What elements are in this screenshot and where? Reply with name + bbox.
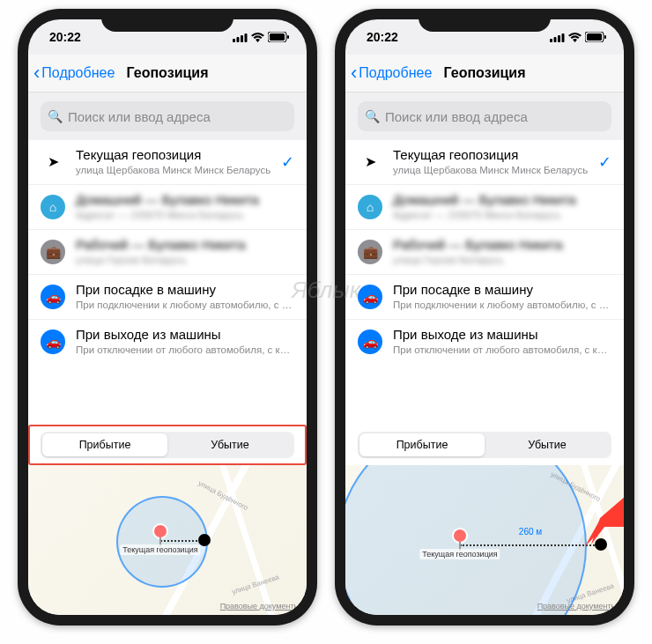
- back-button[interactable]: ‹ Подробнее: [345, 62, 432, 85]
- nav-bar: ‹ Подробнее Геопозиция: [28, 55, 307, 93]
- row-subtitle: улица Щербакова Минск Минск Беларусь: [76, 164, 274, 177]
- car-icon: 🚗: [41, 329, 65, 354]
- back-button[interactable]: ‹ Подробнее: [28, 62, 115, 85]
- home-icon: ⌂: [358, 195, 382, 219]
- briefcase-icon: 💼: [358, 240, 382, 264]
- car-icon: 🚗: [41, 285, 65, 309]
- segment-leave[interactable]: Убытие: [485, 433, 610, 456]
- row-title: При выходе из машины: [393, 327, 611, 343]
- status-time: 20:22: [49, 30, 81, 44]
- location-list: ➤ Текущая геопозиция улица Щербакова Мин…: [345, 140, 624, 425]
- radius-drag-handle[interactable]: [198, 534, 211, 546]
- segmented-control-wrap: Прибытие Убытие: [345, 425, 624, 465]
- row-car-enter[interactable]: 🚗 При посадке в машину При подключении к…: [345, 275, 624, 320]
- location-arrow-icon: ➤: [41, 150, 65, 174]
- svg-rect-7: [550, 39, 552, 42]
- segment-arrive[interactable]: Прибытие: [359, 433, 485, 456]
- row-home[interactable]: ⌂ Домашний — Булавко Никита Адресат — 22…: [345, 185, 624, 230]
- map-pin: [152, 523, 168, 539]
- phone-right: 20:22 ‹ Подробнее Геопозиция 🔍 Поиск или…: [335, 9, 634, 625]
- search-placeholder: Поиск или ввод адреса: [385, 109, 528, 124]
- phone-left: 20:22 ‹ Подробнее Геопозиция 🔍 Поиск или…: [18, 9, 317, 625]
- battery-icon: [585, 32, 606, 42]
- search-placeholder: Поиск или ввод адреса: [68, 109, 211, 124]
- legal-link[interactable]: Правовые документы: [537, 602, 617, 611]
- row-subtitle: улица Героев Беларусь: [393, 254, 611, 267]
- row-subtitle: улица Щербакова Минск Минск Беларусь: [393, 164, 591, 177]
- search-input[interactable]: 🔍 Поиск или ввод адреса: [41, 101, 294, 131]
- search-icon: 🔍: [48, 109, 63, 123]
- segmented-control: Прибытие Убытие: [41, 432, 294, 458]
- svg-rect-5: [270, 33, 285, 41]
- car-icon: 🚗: [358, 329, 382, 354]
- row-home[interactable]: ⌂ Домашний — Булавко Никита Адресат — 22…: [28, 185, 307, 230]
- row-current-location[interactable]: ➤ Текущая геопозиция улица Щербакова Мин…: [345, 140, 624, 185]
- signal-icon: [233, 33, 248, 42]
- svg-rect-2: [241, 35, 243, 42]
- svg-rect-1: [237, 37, 240, 42]
- row-car-exit[interactable]: 🚗 При выходе из машины При отключении от…: [345, 320, 624, 364]
- row-subtitle: Адресат — 220075 Минск Беларусь: [393, 209, 611, 222]
- svg-rect-13: [604, 35, 606, 39]
- signal-icon: [550, 33, 565, 42]
- arrow-annotation: [578, 492, 624, 553]
- row-subtitle: При подключении к любому автомобилю, с к…: [76, 299, 294, 312]
- svg-rect-12: [587, 33, 602, 41]
- chevron-left-icon: ‹: [351, 62, 357, 85]
- legal-link[interactable]: Правовые документы: [220, 602, 300, 611]
- segment-arrive[interactable]: Прибытие: [42, 433, 167, 456]
- row-subtitle: Адресат — 220075 Минск Беларусь: [76, 209, 294, 222]
- pin-label: Текущая геопозиция: [419, 549, 500, 559]
- search-icon: 🔍: [365, 109, 380, 123]
- location-arrow-icon: ➤: [358, 150, 382, 174]
- svg-rect-9: [558, 35, 560, 42]
- chevron-left-icon: ‹: [33, 62, 40, 85]
- row-title: При выходе из машины: [76, 327, 294, 343]
- map-view[interactable]: улица Будённого улица Ванеева Текущая ге…: [28, 465, 307, 615]
- screen: 20:22 ‹ Подробнее Геопозиция 🔍 Поиск или…: [28, 19, 307, 615]
- segmented-control-highlight: Прибытие Убытие: [28, 425, 307, 465]
- nav-title: Геопозиция: [444, 65, 526, 81]
- notch: [101, 9, 233, 32]
- row-title: Рабочий — Булавко Никита: [76, 237, 294, 253]
- map-pin: [452, 528, 468, 544]
- row-car-exit[interactable]: 🚗 При выходе из машины При отключении от…: [28, 320, 307, 364]
- row-car-enter[interactable]: 🚗 При посадке в машину При подключении к…: [28, 275, 307, 320]
- row-subtitle: При подключении к любому автомобилю, с к…: [393, 299, 611, 312]
- checkmark-icon: ✓: [281, 152, 294, 172]
- screen: 20:22 ‹ Подробнее Геопозиция 🔍 Поиск или…: [345, 19, 624, 615]
- row-current-location[interactable]: ➤ Текущая геопозиция улица Щербакова Мин…: [28, 140, 307, 185]
- status-indicators: [550, 32, 606, 42]
- row-title: Рабочий — Булавко Никита: [393, 237, 611, 253]
- status-indicators: [233, 32, 289, 42]
- row-work[interactable]: 💼 Рабочий — Булавко Никита улица Героев …: [28, 230, 307, 275]
- row-title: Текущая геопозиция: [393, 147, 591, 163]
- search-input[interactable]: 🔍 Поиск или ввод адреса: [358, 101, 611, 131]
- home-icon: ⌂: [41, 195, 65, 219]
- radius-label: 260 м: [519, 527, 542, 537]
- row-subtitle: улица Героев Беларусь: [76, 254, 294, 267]
- row-title: Домашний — Булавко Никита: [393, 192, 611, 208]
- back-label: Подробнее: [359, 65, 432, 81]
- back-label: Подробнее: [41, 65, 115, 81]
- nav-bar: ‹ Подробнее Геопозиция: [345, 55, 624, 93]
- row-title: Домашний — Булавко Никита: [76, 192, 294, 208]
- location-list: ➤ Текущая геопозиция улица Щербакова Мин…: [28, 140, 307, 425]
- row-work[interactable]: 💼 Рабочий — Булавко Никита улица Героев …: [345, 230, 624, 275]
- wifi-icon: [251, 33, 264, 42]
- segmented-control: Прибытие Убытие: [358, 432, 611, 458]
- row-title: При посадке в машину: [393, 282, 611, 298]
- wifi-icon: [568, 33, 582, 42]
- notch: [419, 9, 551, 32]
- row-title: Текущая геопозиция: [76, 147, 274, 163]
- status-time: 20:22: [367, 30, 398, 44]
- row-subtitle: При отключении от любого автомобиля, с к…: [393, 344, 611, 357]
- map-view[interactable]: улица Будённого улица Ванеева 260 м Теку…: [345, 465, 624, 615]
- segment-leave[interactable]: Убытие: [167, 433, 293, 456]
- row-subtitle: При отключении от любого автомобиля, с к…: [76, 344, 294, 357]
- pin-label: Текущая геопозиция: [120, 544, 200, 555]
- svg-rect-3: [245, 33, 248, 42]
- briefcase-icon: 💼: [41, 240, 65, 264]
- geofence-circle: [116, 496, 208, 588]
- car-icon: 🚗: [358, 285, 382, 309]
